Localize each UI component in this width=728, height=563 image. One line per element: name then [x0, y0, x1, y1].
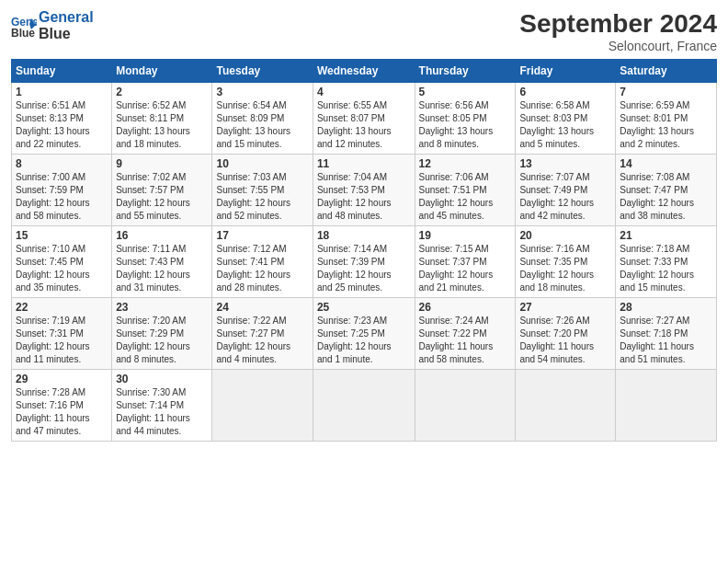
- day-info: Sunrise: 7:02 AMSunset: 7:57 PMDaylight:…: [116, 171, 208, 223]
- day-cell: 2Sunrise: 6:52 AMSunset: 8:11 PMDaylight…: [112, 83, 212, 155]
- day-cell: 5Sunrise: 6:56 AMSunset: 8:05 PMDaylight…: [415, 83, 516, 155]
- calendar-week-row: 22Sunrise: 7:19 AMSunset: 7:31 PMDayligh…: [12, 298, 717, 370]
- header: General Blue General Blue September 2024…: [11, 9, 717, 53]
- day-info: Sunrise: 7:12 AMSunset: 7:41 PMDaylight:…: [216, 243, 308, 294]
- empty-cell: [313, 370, 415, 442]
- day-cell: 28Sunrise: 7:27 AMSunset: 7:18 PMDayligh…: [616, 298, 717, 370]
- logo-general: General: [39, 9, 94, 26]
- day-number: 27: [519, 301, 611, 314]
- day-number: 15: [16, 229, 108, 242]
- day-info: Sunrise: 7:18 AMSunset: 7:33 PMDaylight:…: [620, 243, 712, 294]
- day-info: Sunrise: 6:52 AMSunset: 8:11 PMDaylight:…: [116, 99, 208, 151]
- day-number: 12: [419, 157, 512, 170]
- day-number: 9: [116, 157, 208, 170]
- day-info: Sunrise: 7:04 AMSunset: 7:53 PMDaylight:…: [317, 171, 411, 223]
- day-number: 17: [216, 229, 308, 242]
- calendar-week-row: 8Sunrise: 7:00 AMSunset: 7:59 PMDaylight…: [12, 155, 717, 226]
- day-number: 24: [216, 301, 308, 314]
- day-number: 4: [317, 86, 411, 98]
- day-number: 5: [419, 86, 512, 98]
- day-info: Sunrise: 7:08 AMSunset: 7:47 PMDaylight:…: [620, 171, 712, 223]
- day-cell: 6Sunrise: 6:58 AMSunset: 8:03 PMDaylight…: [516, 83, 616, 155]
- day-number: 20: [519, 229, 611, 242]
- day-cell: 12Sunrise: 7:06 AMSunset: 7:51 PMDayligh…: [415, 155, 516, 226]
- day-cell: 15Sunrise: 7:10 AMSunset: 7:45 PMDayligh…: [12, 226, 112, 298]
- day-info: Sunrise: 6:56 AMSunset: 8:05 PMDaylight:…: [419, 99, 512, 151]
- empty-cell: [415, 370, 516, 442]
- day-cell: 18Sunrise: 7:14 AMSunset: 7:39 PMDayligh…: [313, 226, 415, 298]
- day-number: 16: [116, 229, 208, 242]
- day-number: 1: [16, 86, 108, 98]
- day-cell: 11Sunrise: 7:04 AMSunset: 7:53 PMDayligh…: [313, 155, 415, 226]
- header-row: Sunday Monday Tuesday Wednesday Thursday…: [12, 60, 717, 83]
- day-number: 3: [216, 86, 308, 98]
- day-number: 6: [519, 86, 611, 98]
- logo: General Blue General Blue: [11, 9, 94, 41]
- day-info: Sunrise: 7:26 AMSunset: 7:20 PMDaylight:…: [519, 315, 611, 366]
- day-number: 19: [419, 229, 512, 242]
- day-cell: 3Sunrise: 6:54 AMSunset: 8:09 PMDaylight…: [212, 83, 313, 155]
- day-number: 8: [16, 157, 108, 170]
- day-info: Sunrise: 7:19 AMSunset: 7:31 PMDaylight:…: [16, 315, 108, 366]
- day-number: 14: [620, 157, 712, 170]
- title-block: September 2024 Seloncourt, France: [519, 9, 717, 53]
- day-info: Sunrise: 7:06 AMSunset: 7:51 PMDaylight:…: [419, 171, 512, 223]
- day-cell: 30Sunrise: 7:30 AMSunset: 7:14 PMDayligh…: [112, 370, 212, 442]
- day-number: 13: [519, 157, 611, 170]
- day-number: 23: [116, 301, 208, 314]
- logo-icon: General Blue: [11, 13, 37, 39]
- month-title: September 2024: [519, 9, 717, 39]
- day-info: Sunrise: 7:14 AMSunset: 7:39 PMDaylight:…: [317, 243, 411, 294]
- day-info: Sunrise: 7:00 AMSunset: 7:59 PMDaylight:…: [16, 171, 108, 223]
- col-sunday: Sunday: [12, 60, 112, 83]
- day-info: Sunrise: 6:55 AMSunset: 8:07 PMDaylight:…: [317, 99, 411, 151]
- calendar-week-row: 15Sunrise: 7:10 AMSunset: 7:45 PMDayligh…: [12, 226, 717, 298]
- empty-cell: [616, 370, 717, 442]
- col-monday: Monday: [112, 60, 212, 83]
- day-cell: 9Sunrise: 7:02 AMSunset: 7:57 PMDaylight…: [112, 155, 212, 226]
- day-cell: 16Sunrise: 7:11 AMSunset: 7:43 PMDayligh…: [112, 226, 212, 298]
- day-number: 11: [317, 157, 411, 170]
- col-friday: Friday: [516, 60, 616, 83]
- day-cell: 20Sunrise: 7:16 AMSunset: 7:35 PMDayligh…: [516, 226, 616, 298]
- day-cell: 13Sunrise: 7:07 AMSunset: 7:49 PMDayligh…: [516, 155, 616, 226]
- day-cell: 4Sunrise: 6:55 AMSunset: 8:07 PMDaylight…: [313, 83, 415, 155]
- day-cell: 19Sunrise: 7:15 AMSunset: 7:37 PMDayligh…: [415, 226, 516, 298]
- day-info: Sunrise: 7:20 AMSunset: 7:29 PMDaylight:…: [116, 315, 208, 366]
- day-cell: 22Sunrise: 7:19 AMSunset: 7:31 PMDayligh…: [12, 298, 112, 370]
- col-thursday: Thursday: [415, 60, 516, 83]
- day-info: Sunrise: 7:10 AMSunset: 7:45 PMDaylight:…: [16, 243, 108, 294]
- day-number: 29: [16, 373, 108, 385]
- day-number: 26: [419, 301, 512, 314]
- day-cell: 25Sunrise: 7:23 AMSunset: 7:25 PMDayligh…: [313, 298, 415, 370]
- day-info: Sunrise: 7:22 AMSunset: 7:27 PMDaylight:…: [216, 315, 308, 366]
- location-title: Seloncourt, France: [519, 39, 717, 53]
- day-info: Sunrise: 7:24 AMSunset: 7:22 PMDaylight:…: [419, 315, 512, 366]
- day-info: Sunrise: 7:07 AMSunset: 7:49 PMDaylight:…: [519, 171, 611, 223]
- day-cell: 26Sunrise: 7:24 AMSunset: 7:22 PMDayligh…: [415, 298, 516, 370]
- day-cell: 14Sunrise: 7:08 AMSunset: 7:47 PMDayligh…: [616, 155, 717, 226]
- empty-cell: [516, 370, 616, 442]
- day-cell: 7Sunrise: 6:59 AMSunset: 8:01 PMDaylight…: [616, 83, 717, 155]
- day-info: Sunrise: 7:16 AMSunset: 7:35 PMDaylight:…: [519, 243, 611, 294]
- day-cell: 29Sunrise: 7:28 AMSunset: 7:16 PMDayligh…: [12, 370, 112, 442]
- day-info: Sunrise: 7:03 AMSunset: 7:55 PMDaylight:…: [216, 171, 308, 223]
- empty-cell: [212, 370, 313, 442]
- day-cell: 1Sunrise: 6:51 AMSunset: 8:13 PMDaylight…: [12, 83, 112, 155]
- day-info: Sunrise: 7:28 AMSunset: 7:16 PMDaylight:…: [16, 386, 108, 438]
- day-cell: 8Sunrise: 7:00 AMSunset: 7:59 PMDaylight…: [12, 155, 112, 226]
- day-number: 28: [620, 301, 712, 314]
- day-number: 2: [116, 86, 208, 98]
- calendar-table: Sunday Monday Tuesday Wednesday Thursday…: [11, 59, 717, 442]
- day-cell: 27Sunrise: 7:26 AMSunset: 7:20 PMDayligh…: [516, 298, 616, 370]
- day-cell: 17Sunrise: 7:12 AMSunset: 7:41 PMDayligh…: [212, 226, 313, 298]
- calendar-week-row: 29Sunrise: 7:28 AMSunset: 7:16 PMDayligh…: [12, 370, 717, 442]
- day-info: Sunrise: 7:23 AMSunset: 7:25 PMDaylight:…: [317, 315, 411, 366]
- day-info: Sunrise: 6:58 AMSunset: 8:03 PMDaylight:…: [519, 99, 611, 151]
- page-container: General Blue General Blue September 2024…: [0, 0, 728, 451]
- day-info: Sunrise: 7:27 AMSunset: 7:18 PMDaylight:…: [620, 315, 712, 366]
- day-number: 10: [216, 157, 308, 170]
- day-info: Sunrise: 6:51 AMSunset: 8:13 PMDaylight:…: [16, 99, 108, 151]
- day-info: Sunrise: 7:30 AMSunset: 7:14 PMDaylight:…: [116, 386, 208, 438]
- day-cell: 21Sunrise: 7:18 AMSunset: 7:33 PMDayligh…: [616, 226, 717, 298]
